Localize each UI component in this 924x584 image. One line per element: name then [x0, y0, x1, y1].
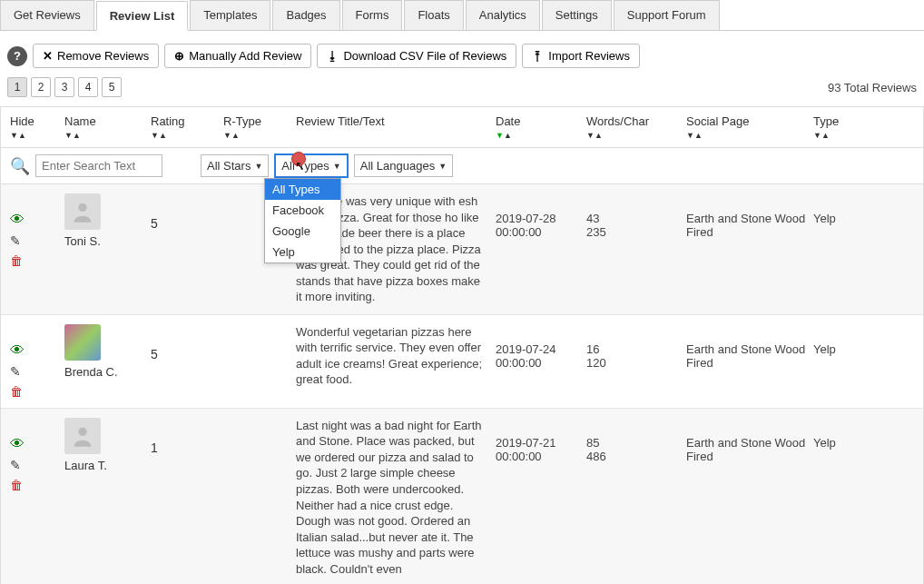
filter-row: 🔍 All Stars ▼ All Types ▼ All Languages … — [1, 148, 923, 184]
social-page: Earth and Stone Wood Fired — [686, 193, 813, 305]
review-type: Yelp — [813, 418, 868, 577]
header-words-char[interactable]: Words/Char▼▲ — [586, 114, 686, 140]
tab-support-forum[interactable]: Support Forum — [614, 0, 720, 30]
header-text[interactable]: Review Title/Text — [296, 114, 496, 140]
header-type[interactable]: Type▼▲ — [813, 114, 868, 140]
review-type: Yelp — [813, 324, 868, 399]
delete-icon[interactable]: 🗑 — [10, 253, 23, 268]
social-page: Earth and Stone Wood Fired — [686, 324, 813, 399]
tab-settings[interactable]: Settings — [542, 0, 612, 30]
download-icon: ⭳ — [327, 49, 339, 63]
total-reviews: 93 Total Reviews — [828, 81, 917, 94]
words-char: 85 486 — [586, 418, 686, 577]
rating-value: 1 — [151, 418, 223, 577]
pager: 12345 — [7, 77, 122, 97]
search-input[interactable] — [35, 154, 162, 177]
tab-templates[interactable]: Templates — [190, 0, 270, 30]
page-4[interactable]: 4 — [78, 77, 98, 97]
table-row: 👁✎🗑Laura T.1 Last night was a bad night … — [1, 409, 923, 584]
page-1[interactable]: 1 — [7, 77, 27, 97]
edit-icon[interactable]: ✎ — [10, 458, 21, 472]
rtype-option-all-types[interactable]: All Types — [265, 179, 340, 200]
review-date: 2019-07-21 00:00:00 — [496, 418, 586, 577]
review-type: Yelp — [813, 193, 868, 305]
tab-floats[interactable]: Floats — [404, 0, 463, 30]
rtype-option-google[interactable]: Google — [265, 221, 340, 242]
add-review-button[interactable]: ⊕Manually Add Review — [164, 44, 311, 68]
header-social-page[interactable]: Social Page▼▲ — [686, 114, 813, 140]
nav-tabs: Get ReviewsReview ListTemplatesBadgesFor… — [0, 0, 924, 31]
rating-value: 5 — [151, 193, 223, 305]
visibility-icon[interactable]: 👁 — [10, 212, 25, 228]
header-date[interactable]: Date▼▲ — [496, 114, 586, 140]
words-char: 16 120 — [586, 324, 686, 399]
page-5[interactable]: 5 — [102, 77, 122, 97]
header-row: Hide▼▲ Name▼▲ Rating▼▲ R-Type▼▲ Review T… — [1, 107, 923, 148]
table-row: 👁✎🗑Toni S.5his place was very unique wit… — [1, 184, 923, 315]
plus-icon: ⊕ — [174, 49, 184, 63]
language-select[interactable]: All Languages ▼ — [354, 154, 453, 177]
svg-point-1 — [78, 427, 86, 435]
rtype-dropdown: All TypesFacebookGoogleYelp — [264, 178, 341, 263]
tab-badges[interactable]: Badges — [272, 0, 339, 30]
search-icon: 🔍 — [10, 156, 30, 176]
table-row: 👁✎🗑Brenda C.5 Wonderful vegetarian pizza… — [1, 315, 923, 409]
review-text: Wonderful vegetarian pizzas here with te… — [296, 324, 496, 399]
pager-row: 12345 93 Total Reviews — [0, 72, 924, 103]
toolbar: ? ✕Remove Reviews ⊕Manually Add Review ⭳… — [0, 40, 924, 72]
reviewer-name: Brenda C. — [64, 365, 151, 379]
rtype-option-yelp[interactable]: Yelp — [265, 242, 340, 262]
header-hide[interactable]: Hide▼▲ — [10, 114, 64, 140]
delete-icon[interactable]: 🗑 — [10, 384, 23, 399]
close-icon: ✕ — [43, 49, 53, 63]
import-reviews-button[interactable]: ⭱Import Reviews — [522, 44, 640, 68]
words-char: 43 235 — [586, 193, 686, 305]
remove-reviews-button[interactable]: ✕Remove Reviews — [33, 44, 159, 68]
stars-select[interactable]: All Stars ▼ — [201, 154, 269, 177]
edit-icon[interactable]: ✎ — [10, 364, 21, 379]
help-button[interactable]: ? — [7, 46, 27, 66]
download-csv-button[interactable]: ⭳Download CSV File of Reviews — [317, 44, 516, 68]
tab-analytics[interactable]: Analytics — [466, 0, 540, 30]
visibility-icon[interactable]: 👁 — [10, 342, 25, 359]
review-date: 2019-07-24 00:00:00 — [496, 324, 586, 399]
review-date: 2019-07-28 00:00:00 — [496, 193, 586, 305]
avatar — [64, 324, 101, 361]
page-2[interactable]: 2 — [31, 77, 51, 97]
header-rtype[interactable]: R-Type▼▲ — [223, 114, 296, 140]
avatar — [64, 418, 101, 454]
reviewer-name: Laura T. — [64, 459, 151, 472]
tab-get-reviews[interactable]: Get Reviews — [0, 0, 94, 30]
upload-icon: ⭱ — [532, 49, 544, 63]
edit-icon[interactable]: ✎ — [10, 233, 21, 248]
header-name[interactable]: Name▼▲ — [64, 114, 151, 140]
rtype-option-facebook[interactable]: Facebook — [265, 200, 340, 221]
reviewer-name: Toni S. — [64, 234, 151, 248]
tab-forms[interactable]: Forms — [342, 0, 403, 30]
social-page: Earth and Stone Wood Fired — [686, 418, 813, 577]
avatar — [64, 193, 101, 230]
table: Hide▼▲ Name▼▲ Rating▼▲ R-Type▼▲ Review T… — [0, 106, 924, 584]
visibility-icon[interactable]: 👁 — [10, 436, 25, 452]
delete-icon[interactable]: 🗑 — [10, 478, 23, 492]
svg-point-0 — [78, 203, 86, 212]
tab-review-list[interactable]: Review List — [96, 1, 189, 31]
rtype-select[interactable]: All Types ▼ — [274, 153, 348, 178]
header-rating[interactable]: Rating▼▲ — [151, 114, 223, 140]
review-text: Last night was a bad night for Earth and… — [296, 418, 496, 577]
page-3[interactable]: 3 — [54, 77, 74, 97]
rating-value: 5 — [151, 324, 223, 399]
